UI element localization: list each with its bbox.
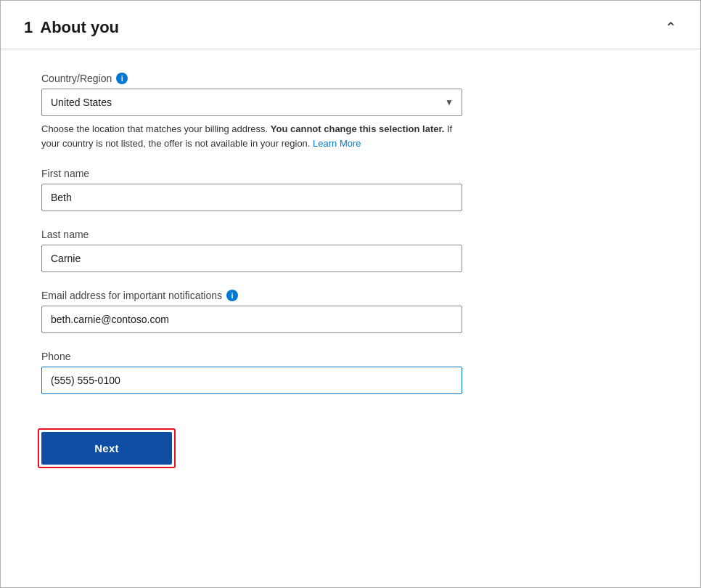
about-you-card: 1 About you ⌃ Country/Region i United St… [0, 0, 701, 588]
section-title: 1 About you [24, 18, 119, 37]
first-name-label: First name [41, 168, 660, 179]
learn-more-link[interactable]: Learn More [313, 138, 361, 149]
section-body: Country/Region i United States Canada Un… [1, 49, 700, 494]
email-field: Email address for important notification… [41, 290, 660, 333]
country-region-info-icon[interactable]: i [116, 73, 128, 84]
email-label: Email address for important notification… [41, 290, 660, 301]
email-info-icon[interactable]: i [226, 290, 238, 301]
collapse-icon[interactable]: ⌃ [665, 19, 677, 36]
country-region-label: Country/Region i [41, 73, 660, 84]
section-header: 1 About you ⌃ [1, 1, 700, 49]
first-name-field: First name [41, 168, 660, 211]
phone-input[interactable] [41, 367, 462, 394]
next-button-wrapper: Next [41, 432, 172, 465]
section-title-text: About you [40, 18, 119, 37]
country-region-select-wrapper: United States Canada United Kingdom Aust… [41, 89, 462, 116]
section-number: 1 [24, 18, 33, 37]
country-region-select[interactable]: United States Canada United Kingdom Aust… [41, 89, 462, 116]
last-name-input[interactable] [41, 245, 462, 272]
first-name-input[interactable] [41, 184, 462, 211]
last-name-field: Last name [41, 229, 660, 272]
phone-field: Phone [41, 351, 660, 394]
country-region-field: Country/Region i United States Canada Un… [41, 73, 660, 150]
phone-label: Phone [41, 351, 660, 362]
country-hint-text: Choose the location that matches your bi… [41, 122, 462, 150]
next-button[interactable]: Next [41, 432, 172, 465]
last-name-label: Last name [41, 229, 660, 240]
email-input[interactable] [41, 306, 462, 333]
